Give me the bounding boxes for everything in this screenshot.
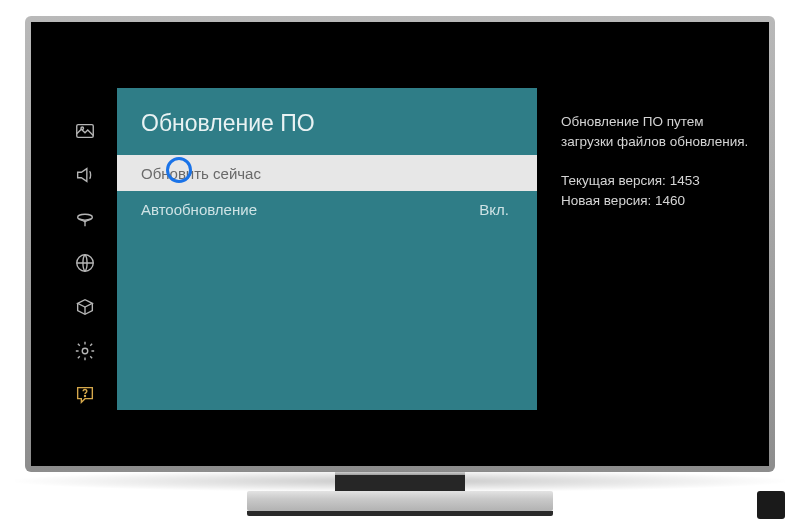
- menu-item-value: Вкл.: [479, 201, 509, 218]
- svg-point-5: [84, 396, 85, 397]
- broadcast-icon: [74, 208, 96, 230]
- menu-item-label: Обновить сейчас: [141, 165, 261, 182]
- settings-sidebar: [63, 116, 107, 410]
- nav-settings[interactable]: [70, 336, 100, 366]
- svg-point-4: [82, 348, 88, 354]
- support-icon: [74, 384, 96, 406]
- menu-auto-update[interactable]: Автообновление Вкл.: [117, 191, 537, 227]
- tv-frame: Обновление ПО Обновить сейчас Автообновл…: [25, 16, 775, 472]
- network-icon: [74, 252, 96, 274]
- nav-network[interactable]: [70, 248, 100, 278]
- info-new-version: Новая версия: 1460: [561, 191, 751, 211]
- nav-support[interactable]: [70, 380, 100, 410]
- software-update-panel: Обновление ПО Обновить сейчас Автообновл…: [117, 88, 537, 410]
- nav-picture[interactable]: [70, 116, 100, 146]
- nav-broadcast[interactable]: [70, 204, 100, 234]
- settings-icon: [74, 340, 96, 362]
- info-description: Обновление ПО путем загрузки файлов обно…: [561, 112, 751, 151]
- picture-icon: [74, 120, 96, 142]
- remote-control: [757, 491, 785, 519]
- system-icon: [74, 296, 96, 318]
- svg-point-1: [81, 127, 84, 130]
- menu-update-now[interactable]: Обновить сейчас: [117, 155, 537, 191]
- panel-title: Обновление ПО: [117, 88, 537, 155]
- menu-item-label: Автообновление: [141, 201, 257, 218]
- tv-screen: Обновление ПО Обновить сейчас Автообновл…: [31, 22, 769, 466]
- sound-icon: [74, 164, 96, 186]
- stand-base: [247, 491, 553, 511]
- info-panel: Обновление ПО путем загрузки файлов обно…: [561, 112, 751, 210]
- info-current-version: Текущая версия: 1453: [561, 171, 751, 191]
- stand-neck: [335, 475, 465, 491]
- nav-system[interactable]: [70, 292, 100, 322]
- nav-sound[interactable]: [70, 160, 100, 190]
